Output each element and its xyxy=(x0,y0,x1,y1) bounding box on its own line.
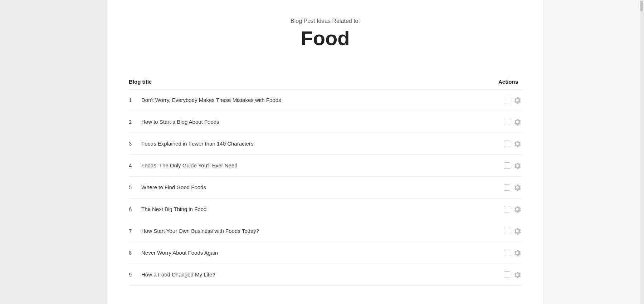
row-actions xyxy=(504,227,522,235)
row-actions xyxy=(504,270,522,279)
row-title: Foods: The Only Guide You'll Ever Need xyxy=(141,162,504,168)
row-title: Never Worry About Foods Again xyxy=(141,250,504,256)
row-number: 2 xyxy=(129,119,141,125)
scrollbar[interactable] xyxy=(640,0,644,304)
row-number: 7 xyxy=(129,228,141,234)
row-number: 5 xyxy=(129,184,141,190)
row-title: How to Start a Blog About Foods xyxy=(141,119,504,125)
row-actions xyxy=(504,161,522,170)
row-number: 8 xyxy=(129,250,141,256)
row-checkbox[interactable] xyxy=(504,271,510,278)
row-checkbox[interactable] xyxy=(504,250,510,256)
gear-icon[interactable] xyxy=(513,249,522,257)
table-row: 8 Never Worry About Foods Again xyxy=(129,242,522,264)
main-content: Blog Post Ideas Related to: Food Blog ti… xyxy=(107,0,543,304)
gear-icon[interactable] xyxy=(513,139,522,148)
left-sidebar xyxy=(0,0,107,304)
table-row: 5 Where to Find Good Foods xyxy=(129,177,522,198)
row-title: Foods Explained in Fewer than 140 Charac… xyxy=(141,141,504,147)
row-actions xyxy=(504,139,522,148)
gear-icon[interactable] xyxy=(513,161,522,170)
row-actions xyxy=(504,249,522,257)
page-title: Food xyxy=(129,27,522,49)
gear-icon[interactable] xyxy=(513,96,522,104)
gear-icon[interactable] xyxy=(513,118,522,126)
table-row: 3 Foods Explained in Fewer than 140 Char… xyxy=(129,133,522,155)
gear-icon[interactable] xyxy=(513,205,522,214)
column-header-actions: Actions xyxy=(498,79,518,85)
page-header: Blog Post Ideas Related to: Food xyxy=(129,11,522,67)
table-row: 6 The Next Big Thing in Food xyxy=(129,198,522,220)
row-number: 4 xyxy=(129,162,141,168)
row-checkbox[interactable] xyxy=(504,184,510,191)
gear-icon[interactable] xyxy=(513,183,522,192)
row-number: 1 xyxy=(129,97,141,103)
table-row: 7 How Start Your Own Business with Foods… xyxy=(129,220,522,242)
row-number: 9 xyxy=(129,271,141,278)
gear-icon[interactable] xyxy=(513,270,522,279)
row-actions xyxy=(504,205,522,214)
right-sidebar xyxy=(543,0,640,304)
table-body: 1 Don't Worry, Everybody Makes These Mis… xyxy=(129,89,522,286)
blog-table: Blog title Actions 1 Don't Worry, Everyb… xyxy=(129,74,522,286)
row-checkbox[interactable] xyxy=(504,119,510,125)
row-title: The Next Big Thing in Food xyxy=(141,206,504,212)
table-row: 1 Don't Worry, Everybody Makes These Mis… xyxy=(129,89,522,111)
row-actions xyxy=(504,96,522,104)
row-actions xyxy=(504,183,522,192)
row-number: 6 xyxy=(129,206,141,212)
page-subtitle: Blog Post Ideas Related to: xyxy=(129,18,522,24)
gear-icon[interactable] xyxy=(513,227,522,235)
column-header-blog-title: Blog title xyxy=(129,79,152,85)
row-number: 3 xyxy=(129,141,141,147)
row-checkbox[interactable] xyxy=(504,206,510,212)
row-checkbox[interactable] xyxy=(504,228,510,234)
row-title: How Start Your Own Business with Foods T… xyxy=(141,228,504,234)
table-row: 9 How a Food Changed My Life? xyxy=(129,264,522,286)
row-title: Where to Find Good Foods xyxy=(141,184,504,190)
row-checkbox[interactable] xyxy=(504,162,510,169)
scrollbar-thumb[interactable] xyxy=(640,1,643,11)
table-row: 2 How to Start a Blog About Foods xyxy=(129,111,522,133)
table-row: 4 Foods: The Only Guide You'll Ever Need xyxy=(129,155,522,177)
row-checkbox[interactable] xyxy=(504,97,510,103)
row-checkbox[interactable] xyxy=(504,141,510,147)
row-actions xyxy=(504,118,522,126)
row-title: Don't Worry, Everybody Makes These Mista… xyxy=(141,97,504,103)
row-title: How a Food Changed My Life? xyxy=(141,271,504,278)
table-header: Blog title Actions xyxy=(129,74,522,89)
